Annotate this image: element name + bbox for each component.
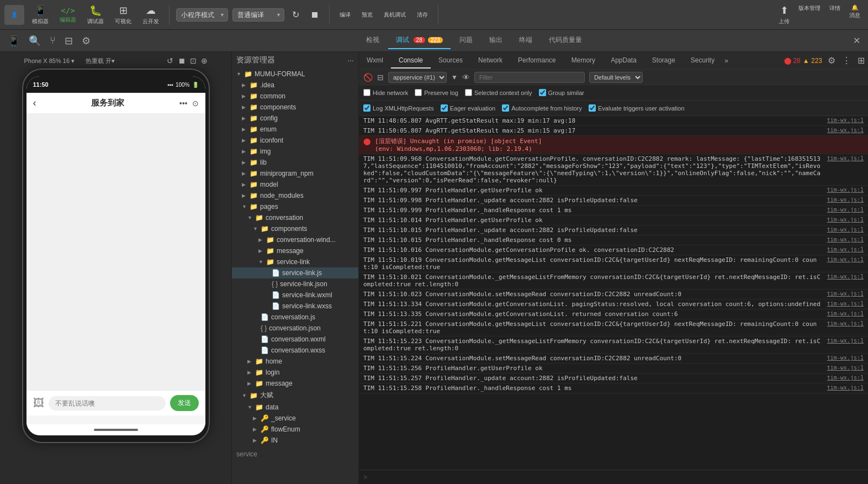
layout-btn[interactable]: ⊟ [61, 33, 76, 49]
tab-sources[interactable]: Sources [431, 53, 470, 69]
tree-item-pages[interactable]: ▼ 📁 pages [232, 201, 358, 212]
tab-quality[interactable]: 代码质量量 [541, 32, 590, 49]
git-btn[interactable]: ⑂ [46, 33, 59, 49]
eager-eval-label[interactable]: Eager evaluation [441, 104, 496, 112]
back-btn[interactable]: ‹ [33, 97, 36, 109]
log-source[interactable]: tim-wx.js:1 [827, 338, 864, 344]
toggle-options-btn[interactable]: ⊟ [377, 73, 384, 82]
eye-btn[interactable]: 👁 [462, 73, 470, 82]
tree-item-service-link-js[interactable]: 📄 service-link.js [232, 267, 358, 278]
log-source[interactable]: tim-wx.js:1 [827, 187, 864, 193]
tree-item-model[interactable]: ▶ 📁 model [232, 179, 358, 190]
tab-issues[interactable]: 问题 [452, 32, 480, 49]
close-panel-btn[interactable]: ✕ [850, 33, 864, 48]
send-button[interactable]: 发送 [170, 395, 199, 411]
eval-triggers-checkbox[interactable] [589, 104, 596, 112]
message-btn[interactable]: 🔔 消息 [846, 3, 864, 27]
console-more-btn[interactable]: ⋮ [839, 53, 854, 68]
log-source[interactable]: tim-wx.js:1 [827, 375, 864, 381]
tree-item-iconfont[interactable]: ▶ 📁 iconfont [232, 135, 358, 146]
tree-item-conversation-wxml[interactable]: 📄 conversation.wxml [232, 334, 358, 345]
tree-item-lib[interactable]: ▶ 📁 lib [232, 157, 358, 168]
tab-performance[interactable]: Performance [510, 53, 564, 69]
compile-select[interactable]: 普通编译 自定义编译 [232, 8, 284, 22]
chat-input[interactable] [49, 396, 166, 411]
log-source[interactable]: tim-wx.js:1 [827, 127, 864, 133]
tree-item-service-link-wxss[interactable]: 📄 service-link.wxss [232, 301, 358, 312]
more-tabs-icon[interactable]: » [724, 57, 728, 65]
log-source[interactable]: tim-wx.js:1 [827, 246, 864, 252]
tree-item-conv-wind[interactable]: ▶ 📁 conversation-wind... [232, 234, 358, 245]
tree-item-conversation-js[interactable]: 📄 conversation.js [232, 312, 358, 323]
tree-item-service[interactable]: ▶ 🔑 _service [232, 413, 358, 424]
tree-item-enum[interactable]: ▶ 📁 enum [232, 124, 358, 135]
console-dock-btn[interactable]: ⊞ [854, 53, 868, 68]
phone-reload-btn[interactable]: ↺ [167, 56, 173, 65]
log-source[interactable]: tim-wx.js:1 [827, 207, 864, 213]
tab-debug[interactable]: 调试 28 223 [388, 32, 451, 49]
more-btn[interactable]: ⚙ [78, 33, 94, 49]
tree-item-config[interactable]: ▶ 📁 config [232, 113, 358, 124]
tab-terminal[interactable]: 终端 [511, 32, 540, 49]
hide-network-checkbox[interactable] [363, 89, 371, 96]
log-source[interactable]: tim-wx.js:1 [827, 197, 864, 203]
tree-item-login[interactable]: ▶ 📁 login [232, 367, 358, 378]
stop-btn[interactable]: ⏹ [307, 9, 322, 21]
tab-wxml[interactable]: Wxml [359, 53, 391, 69]
filter-input[interactable] [474, 72, 585, 83]
compile-btn[interactable]: 编译 [336, 10, 354, 20]
tab-security[interactable]: Security [683, 53, 722, 69]
selected-context-label[interactable]: Selected context only [465, 89, 532, 96]
phone-stop-btn[interactable]: ⏹ [178, 56, 186, 65]
tree-item-data[interactable]: ▼ 📁 data [232, 402, 358, 413]
autocomplete-checkbox[interactable] [502, 104, 509, 112]
log-source[interactable]: tim-wx.js:1 [827, 256, 864, 262]
log-xml-label[interactable]: Log XMLHttpRequests [363, 104, 434, 112]
tab-memory[interactable]: Memory [564, 53, 603, 69]
tree-item-conversation[interactable]: ▼ 📁 conversation [232, 212, 358, 223]
eager-eval-checkbox[interactable] [441, 104, 448, 112]
tree-item-dashu[interactable]: ▼ 📁 大赋 [232, 389, 358, 402]
log-source[interactable]: tim-wx.js:1 [827, 217, 864, 223]
tab-appdata[interactable]: AppData [603, 53, 644, 69]
tree-item-message[interactable]: ▶ 📁 message [232, 245, 358, 256]
tree-item-in[interactable]: ▶ 🔑 IN [232, 435, 358, 446]
sidebar-more-btn[interactable]: ··· [347, 56, 354, 65]
tree-item-node-modules[interactable]: ▶ 📁 node_modules [232, 190, 358, 201]
tab-console[interactable]: Console [391, 53, 431, 69]
simulator-btn[interactable]: 📱 模拟器 [29, 3, 52, 27]
log-source[interactable]: tim-wx.js:1 [827, 117, 864, 123]
tree-item-components[interactable]: ▶ 📁 components [232, 102, 358, 113]
appservice-arrow[interactable]: ▼ [451, 73, 458, 81]
autocomplete-label[interactable]: Autocomplete from history [502, 104, 582, 112]
upload-btn[interactable]: ⬆ 上传 [775, 3, 793, 27]
log-source[interactable]: tim-wx.js:1 [827, 291, 864, 297]
log-source[interactable]: tim-wx.js:1 [827, 320, 864, 327]
group-similar-checkbox[interactable] [539, 89, 546, 96]
tree-item-conversation-wxss[interactable]: 📄 conversation.wxss [232, 345, 358, 356]
detail-btn[interactable]: 详情 [826, 3, 844, 27]
log-source[interactable]: tim-wx.js:1 [827, 355, 864, 361]
log-source[interactable]: tim-wx.js:1 [827, 273, 864, 280]
log-source[interactable]: tim-wx.js:1 [827, 385, 864, 391]
phone-inspect-btn[interactable]: ⊕ [201, 56, 208, 65]
tree-item-service-link[interactable]: ▼ 📁 service-link [232, 256, 358, 267]
preview-btn[interactable]: 预览 [358, 10, 376, 20]
tree-item-home[interactable]: ▶ 📁 home [232, 356, 358, 367]
tree-item-message2[interactable]: ▶ 📁 message [232, 378, 358, 389]
tree-item-components2[interactable]: ▼ 📁 components [232, 223, 358, 234]
clear-cache-btn[interactable]: 清存 [414, 10, 431, 20]
real-device-btn[interactable]: 真机调试 [380, 10, 409, 20]
log-source[interactable]: tim-wx.js:1 [827, 236, 864, 243]
tree-item-service-link-json[interactable]: { } service-link.json [232, 278, 358, 290]
search-files-btn[interactable]: 🔍 [25, 33, 44, 49]
editor-btn[interactable]: </> 编辑器 [56, 5, 80, 25]
target-icon[interactable]: ⊙ [192, 99, 199, 108]
eval-triggers-label[interactable]: Evaluate triggers user activation [589, 104, 685, 112]
tree-item-conversation-json[interactable]: { } conversation.json [232, 323, 358, 334]
hide-network-label[interactable]: Hide network [363, 89, 408, 96]
tree-item-img[interactable]: ▶ 📁 img [232, 146, 358, 157]
toggle-phone-btn[interactable]: 📱 [4, 33, 23, 49]
selected-context-checkbox[interactable] [465, 89, 472, 96]
tree-item-idea[interactable]: ▶ 📁 .idea [232, 80, 358, 91]
